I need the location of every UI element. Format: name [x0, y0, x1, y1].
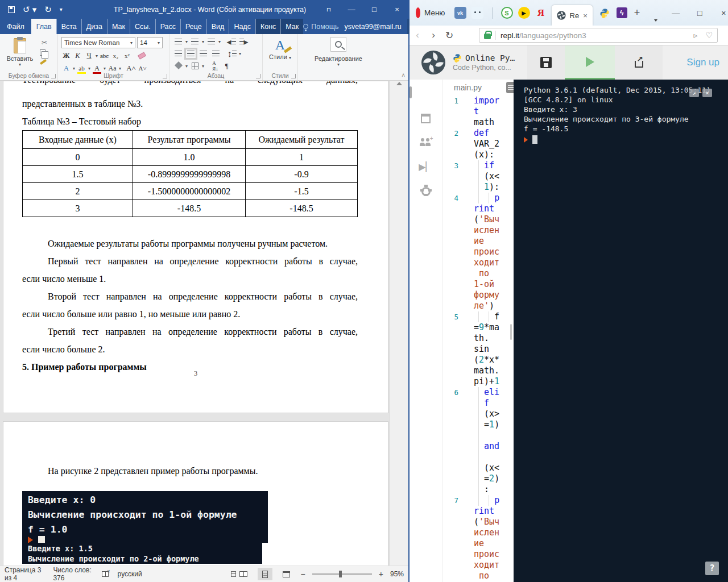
ribbon-tab-мак[interactable]: Мак [107, 19, 130, 34]
align-right-icon[interactable] [198, 49, 209, 59]
browser-maximize-button[interactable]: □ [688, 9, 712, 18]
maximize-button[interactable]: □ [363, 0, 386, 19]
tab-close-icon[interactable]: × [583, 11, 588, 20]
proofing-icon[interactable] [102, 571, 108, 577]
pinned-tab-vk-icon[interactable]: vk [454, 7, 466, 19]
editing-button[interactable]: Редактирование ▾ [301, 55, 375, 67]
save-repl-button[interactable] [527, 45, 565, 80]
document-page-3[interactable]: Тестирование будет производиться на след… [3, 81, 388, 413]
ribbon-tab-надс[interactable]: Надс [229, 19, 255, 34]
favicon-play[interactable]: ▶ [518, 7, 530, 19]
macro-record-icon[interactable] [231, 571, 236, 577]
numbering-icon[interactable] [189, 37, 200, 47]
redo-icon[interactable]: ↻ [44, 5, 52, 15]
subscript-button[interactable]: x₂ [111, 51, 121, 61]
help-tab[interactable]: Помощь [303, 23, 338, 31]
ribbon-tab-глав[interactable]: Глав [31, 19, 56, 34]
zoom-slider[interactable] [312, 573, 372, 575]
styles-button[interactable]: Стили ▾ [266, 53, 294, 60]
font-size-select[interactable]: 14▾ [137, 37, 163, 48]
browser-minimize-button[interactable]: — [664, 9, 688, 18]
shading-icon[interactable] [173, 61, 184, 71]
packages-icon[interactable] [421, 114, 431, 123]
line-spacing-icon[interactable]: ↕ [226, 49, 237, 59]
align-center-icon[interactable] [185, 49, 196, 59]
replit-logo[interactable] [421, 50, 446, 75]
superscript-button[interactable]: x² [122, 51, 132, 61]
pilcrow-icon[interactable]: ¶ [222, 61, 231, 71]
console-output[interactable]: Python 3.6.1 (default, Dec 2015, 13:05:1… [514, 80, 728, 582]
multilevel-list-icon[interactable] [206, 37, 217, 47]
increase-indent-icon[interactable]: ▸ [238, 37, 249, 47]
active-tab-replit[interactable]: Re × [552, 5, 593, 26]
code-editor[interactable]: main.py 1importmath2defVAR_2(x):3 if (x<… [442, 80, 514, 582]
document-page-4[interactable]: На рисунке 2 представлен пример работы п… [3, 421, 388, 566]
document-scrollbar[interactable] [389, 81, 408, 566]
cut-icon[interactable]: ✂ [40, 39, 49, 47]
collapse-ribbon-icon[interactable]: ˄ [402, 72, 405, 78]
borders-icon[interactable] [189, 61, 200, 71]
back-button[interactable]: ‹ [410, 30, 425, 41]
dismiss-tag-icon[interactable]: × [702, 89, 712, 97]
popout-icon[interactable]: ↗ [689, 89, 699, 97]
clipboard-dialog-launcher[interactable] [51, 74, 56, 78]
share-page-icon[interactable]: ▹ [693, 31, 697, 40]
ribbon-tab-мак[interactable]: Мак [280, 19, 303, 34]
ribbon-tab-ссы.[interactable]: Ссы. [130, 19, 155, 34]
align-left-icon[interactable] [173, 49, 184, 59]
ribbon-tab-реце[interactable]: Реце [180, 19, 206, 34]
styles-icon[interactable]: А [275, 38, 285, 52]
underline-caret[interactable]: ▾ [96, 53, 98, 59]
save-icon[interactable] [8, 6, 15, 13]
signup-link[interactable]: Sign up [686, 57, 719, 68]
forward-button[interactable]: › [425, 30, 441, 41]
paste-button[interactable]: Вставить ▾ [3, 37, 36, 67]
file-tab-mainpy[interactable]: main.py [454, 83, 482, 92]
customize-toolbar-icon[interactable]: ▾ [60, 6, 63, 13]
bullets-icon[interactable] [173, 37, 184, 47]
font-dialog-launcher[interactable] [163, 74, 167, 78]
new-tab-button[interactable]: + [634, 7, 640, 19]
print-layout-icon[interactable] [258, 568, 272, 580]
multiplayer-icon[interactable]: + [420, 138, 432, 148]
favicon-green[interactable]: S [501, 7, 513, 19]
minimize-button[interactable]: — [340, 0, 363, 19]
format-painter-icon[interactable] [40, 59, 47, 65]
word-count[interactable]: Число слов: 376 [53, 566, 93, 582]
language-indicator[interactable]: русский [118, 570, 142, 578]
tab-lightning-icon[interactable]: ϟ [617, 7, 627, 18]
paragraph-dialog-launcher[interactable] [256, 74, 260, 78]
find-button[interactable] [330, 37, 346, 52]
decrease-indent-icon[interactable]: ◂ [226, 37, 237, 47]
clear-formatting-icon[interactable] [138, 52, 146, 59]
files-icon[interactable] [410, 86, 412, 98]
ribbon-tab-вста[interactable]: Вста [56, 19, 81, 34]
help-button[interactable]: ? [705, 562, 719, 575]
run-button[interactable] [565, 45, 615, 80]
settings-gear-icon[interactable] [421, 187, 431, 196]
page-indicator[interactable]: Страница 3 из 4 [5, 566, 44, 582]
secure-lock-icon[interactable] [484, 34, 491, 39]
ribbon-tab-диза[interactable]: Диза [81, 19, 107, 34]
share-repl-button[interactable] [615, 45, 663, 80]
sort-icon[interactable]: АЯ↓ [210, 61, 220, 71]
ribbon-tab-вид[interactable]: Вид [206, 19, 229, 34]
debugger-icon[interactable]: ▶▏ [410, 161, 442, 173]
web-layout-icon[interactable] [279, 568, 294, 580]
justify-icon[interactable] [210, 49, 221, 59]
opera-menu-label[interactable]: Меню [424, 9, 445, 17]
close-button[interactable]: × [386, 0, 408, 19]
italic-button[interactable]: К [73, 51, 82, 61]
url-field[interactable]: repl.it /languages/python3 ▹ ♡ [479, 28, 718, 43]
ribbon-tab-файл[interactable]: Файл [0, 19, 31, 34]
strikethrough-button[interactable]: abc [100, 51, 109, 61]
ribbon-tab-расс[interactable]: Расс [155, 19, 180, 34]
reload-button[interactable]: ↻ [441, 30, 457, 41]
zoom-in-icon[interactable]: + [379, 569, 383, 579]
undo-icon[interactable]: ↺ ▾ [23, 5, 36, 15]
font-name-select[interactable]: Times New Roman▾ [61, 37, 135, 48]
underline-button[interactable]: Ч [84, 51, 94, 61]
editor-settings-icon[interactable] [506, 82, 514, 93]
styles-dialog-launcher[interactable] [291, 74, 296, 78]
zoom-level[interactable]: 95% [390, 570, 404, 578]
